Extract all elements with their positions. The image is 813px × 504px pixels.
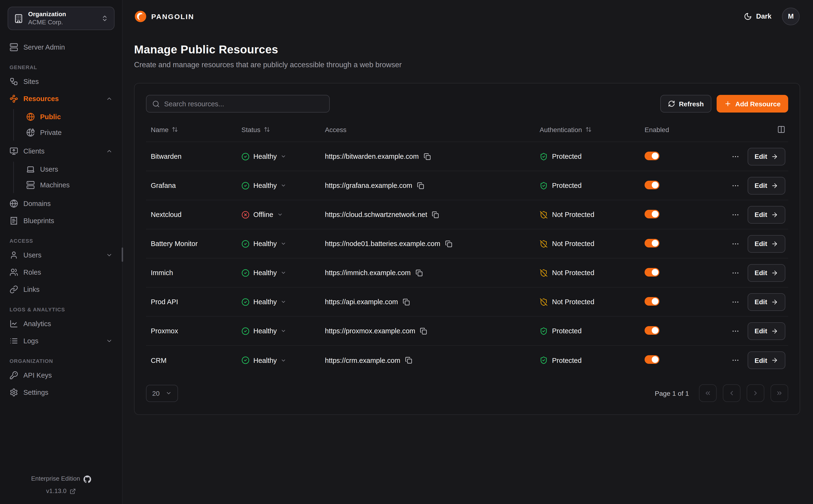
sidebar-subitem-public[interactable]: Public (24, 109, 114, 124)
arrow-right-icon (771, 357, 778, 364)
sidebar-item-sites[interactable]: Sites (8, 74, 114, 89)
copy-url-button[interactable] (415, 269, 423, 276)
copy-url-button[interactable] (432, 211, 439, 218)
theme-toggle-button[interactable]: Dark (744, 12, 772, 20)
enabled-toggle[interactable] (645, 210, 659, 218)
copy-url-button[interactable] (420, 327, 427, 334)
row-menu-button[interactable] (731, 327, 739, 335)
sidebar-item-resources[interactable]: Resources (8, 91, 114, 106)
resource-url: https://immich.example.com (325, 269, 411, 277)
page-subtitle: Create and manage resources that are pub… (134, 61, 800, 69)
status-label: Healthy (253, 182, 277, 189)
sidebar-item-links[interactable]: Links (8, 282, 114, 297)
section-heading-general: GENERAL (10, 64, 113, 70)
sidebar: Organization ACME Corp. Server Admin GEN… (0, 0, 123, 504)
enabled-toggle[interactable] (645, 239, 659, 247)
last-page-button[interactable] (771, 384, 788, 402)
sidebar-item-roles[interactable]: Roles (8, 265, 114, 280)
edit-button[interactable]: Edit (747, 206, 785, 223)
enabled-toggle[interactable] (645, 297, 659, 305)
brand-name: PANGOLIN (151, 12, 194, 20)
avatar[interactable]: M (782, 7, 800, 25)
copy-url-button[interactable] (445, 240, 452, 247)
status-dropdown[interactable]: Healthy (241, 298, 325, 306)
status-dropdown[interactable]: Healthy (241, 269, 325, 277)
enabled-toggle[interactable] (645, 355, 659, 364)
sidebar-subitem-users[interactable]: Users (24, 162, 114, 176)
section-heading-access: ACCESS (10, 238, 113, 244)
column-visibility-icon[interactable] (777, 125, 785, 134)
edit-button[interactable]: Edit (747, 148, 785, 165)
edit-button[interactable]: Edit (747, 351, 785, 369)
column-header-name[interactable]: Name (151, 126, 241, 133)
copy-url-button[interactable] (405, 357, 412, 364)
enabled-toggle[interactable] (645, 326, 659, 334)
row-menu-button[interactable] (731, 240, 739, 248)
status-dropdown[interactable]: Healthy (241, 181, 325, 190)
row-menu-button[interactable] (731, 298, 739, 306)
sidebar-subitem-private[interactable]: Private (24, 125, 114, 140)
enabled-toggle[interactable] (645, 180, 659, 189)
status-dropdown[interactable]: Healthy (241, 356, 325, 364)
search-input[interactable] (164, 100, 323, 108)
status-dropdown[interactable]: Healthy (241, 152, 325, 160)
sidebar-item-settings[interactable]: Settings (8, 385, 114, 400)
status-dropdown[interactable]: Healthy (241, 327, 325, 335)
topbar: PANGOLIN Dark M (134, 0, 800, 32)
status-dropdown[interactable]: Offline (241, 211, 325, 219)
sidebar-subitem-machines[interactable]: Machines (24, 177, 114, 192)
sidebar-item-analytics[interactable]: Analytics (8, 316, 114, 331)
edit-button[interactable]: Edit (747, 177, 785, 194)
add-resource-button[interactable]: Add Resource (717, 95, 788, 113)
copy-url-button[interactable] (424, 153, 431, 160)
list-icon (10, 337, 18, 345)
table-body: Bitwarden Healthy https://bitwarden.exam… (146, 142, 788, 375)
brand-logo[interactable]: PANGOLIN (134, 10, 194, 23)
sidebar-item-domains[interactable]: Domains (8, 196, 114, 211)
row-menu-button[interactable] (731, 356, 739, 364)
row-menu-button[interactable] (731, 181, 739, 190)
first-page-button[interactable] (699, 384, 717, 402)
sidebar-item-server-admin[interactable]: Server Admin (8, 40, 114, 55)
row-menu-button[interactable] (731, 269, 739, 277)
prev-page-button[interactable] (723, 384, 741, 402)
row-menu-button[interactable] (731, 152, 739, 160)
enabled-toggle[interactable] (645, 151, 659, 160)
copy-icon (405, 357, 412, 364)
auth-label: Protected (552, 356, 582, 364)
workflow-icon (10, 77, 18, 86)
building-icon (14, 14, 23, 23)
next-page-button[interactable] (747, 384, 764, 402)
external-link-icon (70, 488, 76, 494)
resource-name: CRM (151, 356, 241, 364)
edit-button[interactable]: Edit (747, 322, 785, 340)
page-size-select[interactable]: 20 (146, 385, 178, 402)
chevron-up-icon (106, 148, 113, 154)
column-header-authentication[interactable]: Authentication (540, 126, 645, 133)
arrow-right-icon (771, 269, 778, 276)
edit-button[interactable]: Edit (747, 264, 785, 282)
edition-link[interactable]: Enterprise Edition (8, 475, 114, 483)
arrow-right-icon (771, 153, 778, 160)
version-link[interactable]: v1.13.0 (8, 487, 114, 495)
row-menu-button[interactable] (731, 211, 739, 219)
sidebar-item-blueprints[interactable]: Blueprints (8, 213, 114, 228)
organization-selector[interactable]: Organization ACME Corp. (8, 7, 114, 30)
shield-off-icon (540, 269, 548, 277)
sidebar-item-users[interactable]: Users (8, 247, 114, 263)
sidebar-item-api-keys[interactable]: API Keys (8, 368, 114, 383)
copy-url-button[interactable] (403, 298, 410, 305)
sidebar-item-clients[interactable]: Clients (8, 144, 114, 159)
refresh-button[interactable]: Refresh (660, 95, 711, 113)
copy-url-button[interactable] (417, 182, 424, 189)
enabled-toggle[interactable] (645, 268, 659, 276)
edit-button[interactable]: Edit (747, 235, 785, 252)
sidebar-item-logs[interactable]: Logs (8, 333, 114, 349)
sidebar-scrollbar-thumb[interactable] (122, 247, 123, 262)
column-header-status[interactable]: Status (241, 126, 325, 133)
main-area: PANGOLIN Dark M Manage Public Resources … (123, 0, 813, 504)
edit-button[interactable]: Edit (747, 293, 785, 311)
status-label: Offline (253, 211, 273, 218)
resource-name: Proxmox (151, 327, 241, 335)
status-dropdown[interactable]: Healthy (241, 240, 325, 248)
